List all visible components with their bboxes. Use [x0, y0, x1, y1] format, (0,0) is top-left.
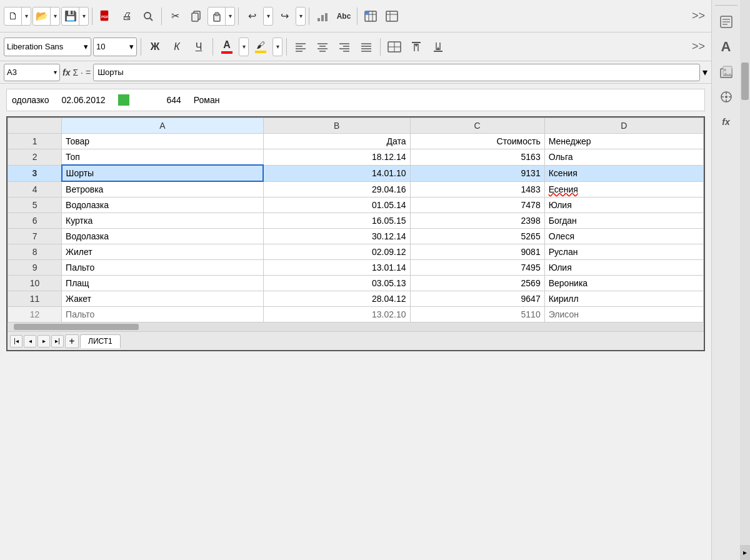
cell-A1[interactable]: Товар [62, 134, 264, 149]
cell-B6[interactable]: 16.05.15 [263, 213, 410, 229]
cell-B9[interactable]: 13.01.14 [263, 260, 410, 276]
cell-A6[interactable]: Куртка [62, 213, 264, 229]
cell-A4[interactable]: Ветровка [62, 181, 264, 198]
sidebar-styles-icon[interactable]: A [715, 36, 738, 58]
pdf-button[interactable]: PDF [96, 6, 116, 26]
cell-D6[interactable]: Богдан [544, 213, 703, 229]
align-left-button[interactable] [291, 37, 311, 57]
cell-B11[interactable]: 28.04.12 [263, 291, 410, 307]
sum-label[interactable]: Σ [72, 68, 78, 78]
expand-arrow[interactable]: ▸ [740, 545, 750, 560]
cell-D1[interactable]: Менеджер [544, 134, 703, 149]
horizontal-scrollbar[interactable] [8, 322, 704, 331]
toolbar1-more[interactable]: >> [689, 9, 708, 22]
add-sheet-button[interactable]: + [65, 334, 79, 348]
font-size-dropdown-icon[interactable]: ▾ [129, 42, 134, 51]
new-dropdown[interactable]: ▾ [22, 7, 31, 26]
align-right-button[interactable] [334, 37, 354, 57]
row-num-3[interactable]: 3 [8, 165, 62, 181]
cell-D8[interactable]: Руслан [544, 244, 703, 260]
cell-B3[interactable]: 14.01.10 [263, 165, 410, 181]
row-num-8[interactable]: 8 [8, 244, 62, 260]
h-scrollbar-thumb[interactable] [14, 324, 139, 330]
col-header-D[interactable]: D [544, 118, 703, 134]
row-num-4[interactable]: 4 [8, 181, 62, 198]
cell-A3[interactable]: Шорты [62, 165, 264, 181]
bold-button[interactable]: Ж [145, 37, 165, 57]
redo-button[interactable]: ↪ [274, 6, 294, 26]
cell-C12[interactable]: 5110 [410, 307, 544, 322]
chart-button[interactable] [312, 6, 332, 26]
formula-input[interactable] [93, 64, 700, 81]
copy-button[interactable] [186, 6, 206, 26]
sidebar-gallery-icon[interactable] [715, 61, 738, 83]
cell-D12[interactable]: Элисон [544, 307, 703, 322]
new-button[interactable]: 🗋 [4, 7, 22, 26]
align-center-button[interactable] [312, 37, 332, 57]
vertical-align-top[interactable] [406, 37, 426, 57]
highlight-button[interactable]: 🖌 [251, 37, 271, 57]
col-header-B[interactable]: B [263, 118, 410, 134]
sidebar-properties-icon[interactable] [715, 11, 738, 33]
undo-button[interactable]: ↩ [242, 6, 262, 26]
fx-label[interactable]: fx [62, 68, 70, 78]
sidebar-functions-icon[interactable]: fx [715, 111, 738, 133]
paste-button[interactable] [208, 7, 226, 26]
cell-A2[interactable]: Топ [62, 149, 264, 166]
open-button[interactable]: 📂 [33, 7, 51, 26]
merge-button[interactable] [384, 37, 404, 57]
save-dropdown[interactable]: ▾ [79, 7, 88, 26]
formula-expand-icon[interactable]: ▾ [702, 66, 708, 78]
row-num-5[interactable]: 5 [8, 198, 62, 213]
vertical-scrollbar[interactable]: ▸ [740, 0, 750, 560]
cell-B5[interactable]: 01.05.14 [263, 198, 410, 213]
cell-A9[interactable]: Пальто [62, 260, 264, 276]
cell-ref-box[interactable]: А3 ▾ [4, 64, 60, 81]
row-num-2[interactable]: 2 [8, 149, 62, 166]
cell-D4[interactable]: Есения [544, 181, 703, 198]
cell-A5[interactable]: Водолазка [62, 198, 264, 213]
cell-A8[interactable]: Жилет [62, 244, 264, 260]
font-selector[interactable]: Liberation Sans ▾ [4, 38, 91, 56]
sidebar-navigator-icon[interactable] [715, 86, 738, 108]
col-header-C[interactable]: C [410, 118, 544, 134]
underline-button[interactable]: Ч [189, 37, 209, 57]
row-num-1[interactable]: 1 [8, 134, 62, 149]
justify-button[interactable] [356, 37, 376, 57]
redo-dropdown[interactable]: ▾ [296, 7, 305, 26]
row-num-6[interactable]: 6 [8, 213, 62, 229]
row-num-12[interactable]: 12 [8, 307, 62, 322]
cell-D3[interactable]: Ксения [544, 165, 703, 181]
vertical-align-bottom[interactable] [428, 37, 448, 57]
undo-dropdown[interactable]: ▾ [264, 7, 272, 26]
cell-A7[interactable]: Водолазка [62, 229, 264, 244]
row-num-7[interactable]: 7 [8, 229, 62, 244]
cell-B1[interactable]: Дата [263, 134, 410, 149]
cell-C8[interactable]: 9081 [410, 244, 544, 260]
row-num-10[interactable]: 10 [8, 276, 62, 291]
cell-C6[interactable]: 2398 [410, 213, 544, 229]
cell-C1[interactable]: Стоимость [410, 134, 544, 149]
cell-C10[interactable]: 2569 [410, 276, 544, 291]
cell-A11[interactable]: Жакет [62, 291, 264, 307]
cell-C11[interactable]: 9647 [410, 291, 544, 307]
equals-label[interactable]: = [86, 68, 91, 78]
sheet-nav-first[interactable]: |◂ [10, 335, 22, 348]
cell-D9[interactable]: Юлия [544, 260, 703, 276]
cell-D10[interactable]: Вероника [544, 276, 703, 291]
sheet-nav-prev[interactable]: ◂ [24, 335, 36, 348]
font-dropdown-icon[interactable]: ▾ [84, 42, 88, 51]
cell-A10[interactable]: Плащ [62, 276, 264, 291]
row-num-11[interactable]: 11 [8, 291, 62, 307]
cell-C9[interactable]: 7495 [410, 260, 544, 276]
cell-ref-dropdown-icon[interactable]: ▾ [54, 69, 57, 76]
spellcheck-button[interactable]: Abc [334, 6, 354, 26]
highlight-dropdown[interactable]: ▾ [273, 38, 282, 56]
cell-B10[interactable]: 03.05.13 [263, 276, 410, 291]
italic-button[interactable]: К [167, 37, 187, 57]
cell-A12[interactable]: Пальто [62, 307, 264, 322]
sheet-tab-1[interactable]: ЛИСТ1 [80, 334, 121, 348]
table-button[interactable] [361, 6, 381, 26]
cell-B2[interactable]: 18.12.14 [263, 149, 410, 166]
sheet-nav-last[interactable]: ▸| [51, 335, 64, 348]
